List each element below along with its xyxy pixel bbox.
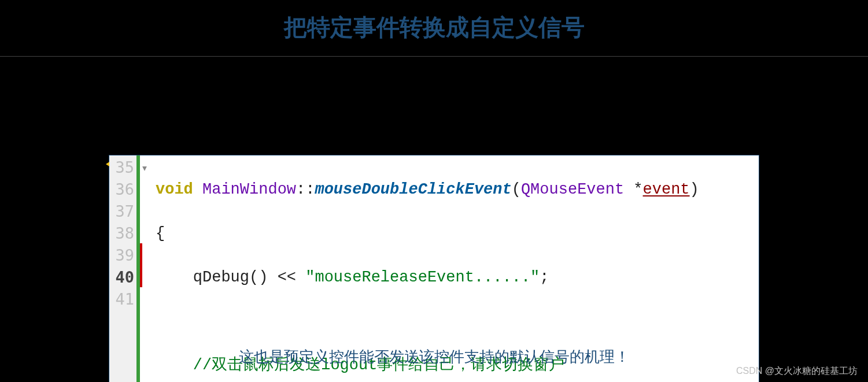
slide-subtitle: 这也是预定义控件能否发送该控件支持的默认信号的机理！ <box>0 347 868 367</box>
watermark-text: CSDN @文火冰糖的硅基工坊 <box>736 365 858 377</box>
horizontal-rule <box>0 56 868 57</box>
code-line <box>156 310 755 332</box>
line-number: 36 <box>109 179 134 201</box>
line-number: 38 <box>109 222 134 244</box>
line-number: 41 <box>109 288 134 310</box>
fold-toggle-icon[interactable]: ▾ <box>141 157 150 179</box>
code-line: qDebug() << "mouseReleaseEvent......"; <box>156 266 755 288</box>
slide-title: 把特定事件转换成自定义信号 <box>0 0 868 43</box>
line-number: 40 <box>109 266 134 288</box>
code-line: void MainWindow::mouseDoubleClickEvent(Q… <box>156 179 755 201</box>
line-number: 37 <box>109 201 134 222</box>
line-number: 35 <box>109 157 134 179</box>
line-number: 39 <box>109 244 134 266</box>
code-line: { <box>156 222 755 244</box>
change-marker <box>140 243 142 287</box>
